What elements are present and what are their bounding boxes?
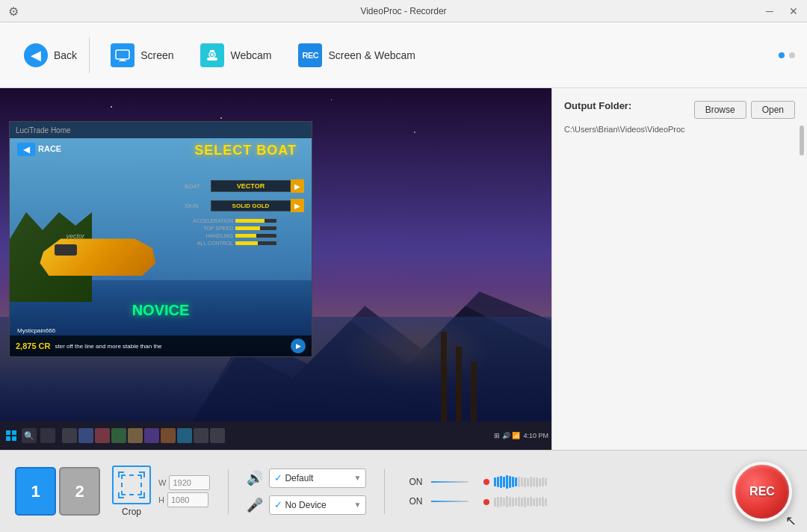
stat-handling-label: HANDLING [185, 233, 233, 238]
mic-row: 🎤 ✓ No Device ▼ [247, 495, 366, 515]
toggle-row-1: ON [409, 477, 469, 487]
back-button[interactable]: ◀ Back [12, 37, 90, 73]
output-folder-label: Output Folder: [564, 100, 631, 111]
app-title: VideoProc - Recorder [360, 6, 446, 16]
height-input[interactable] [167, 492, 208, 507]
width-input[interactable] [169, 475, 210, 490]
star2 [220, 117, 222, 119]
open-button[interactable]: Open [751, 101, 795, 119]
start-btn [3, 427, 19, 444]
toolbar: ◀ Back Screen Webcam REC Screen & Webcam [0, 22, 807, 88]
settings-icon[interactable]: ⚙ [6, 4, 21, 19]
vbar8 [515, 477, 517, 486]
mic-icon: 🎤 [247, 497, 263, 513]
right-panel-scrollbar[interactable] [800, 126, 804, 447]
minimize-button[interactable]: ─ [762, 4, 777, 19]
system-tray-icons: ⊞ 🔊 📶 [494, 432, 520, 439]
stat-acc-label: ACCELERATION [185, 218, 233, 223]
rec-button[interactable]: REC [732, 462, 792, 522]
vbar10 [521, 477, 523, 486]
stat-acceleration: ACCELERATION [185, 218, 304, 223]
star1 [111, 106, 112, 108]
stat-control-label: ALL CONTROL [185, 241, 233, 246]
pinned-apps [62, 428, 225, 443]
vbar11 [524, 477, 526, 487]
screen-webcam-label: Screen & Webcam [328, 49, 415, 61]
vbar2 [497, 477, 499, 487]
speaker-row: 🔊 ✓ Default ▼ [247, 468, 366, 488]
system-tray: ⊞ 🔊 📶 4:10 PM [494, 432, 548, 439]
crop-corner-tr [139, 471, 145, 477]
vbar2-13 [530, 497, 532, 507]
toggle-section: ON ON [409, 477, 469, 507]
output-buttons: Browse Open [694, 101, 795, 119]
vbar2-15 [536, 498, 538, 507]
screen-button[interactable]: Screen [99, 37, 185, 73]
checkbox-icon-2: ✓ [274, 499, 282, 510]
width-row: W [158, 475, 210, 490]
bottom-info-bar: 2,875 CR ster off the line and more stab… [10, 335, 312, 356]
crop-button[interactable] [112, 466, 151, 504]
app-icon-4 [111, 428, 126, 443]
volume-row-1 [483, 475, 547, 489]
app-icon-2 [78, 428, 93, 443]
vbar2-12 [527, 498, 529, 506]
height-label: H [158, 495, 164, 504]
dropdown-arrow-1: ▼ [353, 474, 361, 482]
svg-point-4 [211, 53, 214, 56]
bottom-bar: 1 2 Crop W [0, 450, 807, 532]
vbar7 [512, 477, 514, 487]
svg-rect-5 [210, 50, 214, 52]
vbar4 [503, 477, 505, 487]
screen-label: Screen [140, 49, 173, 61]
webcam-icon [200, 43, 224, 67]
vbar17 [542, 477, 544, 486]
svg-rect-2 [119, 61, 126, 61]
vbar2-11 [524, 497, 526, 507]
vbar14 [533, 477, 535, 486]
vbar9 [518, 477, 520, 487]
screen-icon [111, 43, 134, 67]
webcam-button[interactable]: Webcam [188, 37, 283, 73]
audio-nodevice-select[interactable]: ✓ No Device ▼ [269, 495, 366, 515]
app-icon-7 [161, 428, 176, 443]
display-1-button[interactable]: 1 [15, 467, 56, 516]
vbar2-5 [506, 496, 508, 507]
right-panel: Output Folder: Browse Open C:\Users\Bria… [551, 88, 807, 450]
rec-button-container: REC ↖ [732, 462, 792, 522]
title-bar: ⚙ VideoProc - Recorder ─ ✕ [0, 0, 807, 22]
dock-post3 [471, 362, 477, 421]
game-race-label: RACE [38, 144, 61, 153]
search-taskbar-icon: 🔍 [22, 428, 37, 443]
skin-value: SOLID GOLD [211, 200, 291, 211]
vbar1 [494, 477, 496, 486]
svg-rect-10 [12, 430, 16, 435]
crop-dimensions: W H [158, 475, 210, 507]
taskview-icon [40, 428, 55, 443]
screen-webcam-button[interactable]: REC Screen & Webcam [286, 37, 427, 73]
webcam-label: Webcam [230, 49, 271, 61]
crop-label: Crop [122, 507, 141, 517]
toggle-line-1[interactable] [431, 481, 469, 483]
output-path: C:\Users\Brian\Videos\VideoProc [564, 125, 795, 134]
display-2-button[interactable]: 2 [59, 467, 100, 516]
svg-rect-0 [116, 50, 129, 59]
crop-corner-br [139, 492, 145, 498]
audio-default-select[interactable]: ✓ Default ▼ [269, 468, 366, 488]
svg-rect-12 [12, 436, 16, 441]
stat-speed-label: TOP SPEED [185, 226, 233, 231]
stat-allcontrol: ALL CONTROL [185, 241, 304, 246]
window-controls: ─ ✕ [762, 0, 801, 22]
vbar2-2 [497, 497, 499, 507]
height-row: H [158, 492, 210, 507]
back-icon: ◀ [24, 43, 48, 67]
scroll-thumb [800, 126, 804, 155]
vbar5 [506, 475, 508, 489]
volume-dot-1 [483, 479, 489, 485]
cr-label: 2,875 CR [16, 341, 50, 350]
browse-button[interactable]: Browse [694, 101, 746, 119]
toggle-line-2[interactable] [431, 501, 469, 502]
nav-dot [789, 52, 795, 58]
close-button[interactable]: ✕ [786, 4, 801, 19]
boat-label: BOAT [185, 183, 211, 190]
